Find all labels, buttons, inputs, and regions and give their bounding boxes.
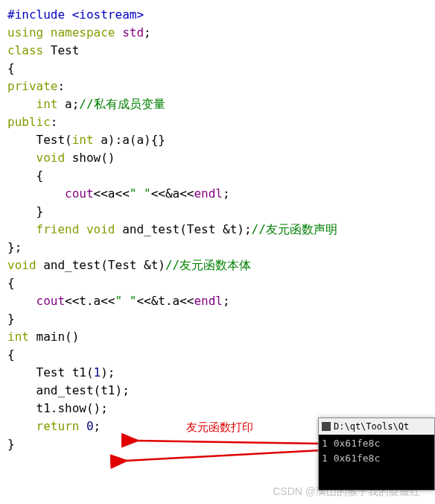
code-block: #include <iostream> using namespace std;…: [7, 6, 428, 453]
console-window: D:\qt\Tools\Qt 1 0x61fe8c 1 0x61fe8c: [318, 418, 435, 491]
console-line: 1 0x61fe8c: [322, 438, 380, 449]
preproc: #include: [7, 7, 72, 22]
comment: //私有成员变量: [79, 97, 165, 111]
console-body: 1 0x61fe8c 1 0x61fe8c: [319, 435, 434, 490]
include-file: <iostream>: [72, 7, 144, 22]
console-titlebar: D:\qt\Tools\Qt: [319, 418, 434, 435]
console-title: D:\qt\Tools\Qt: [334, 420, 409, 433]
comment: //友元函数本体: [165, 258, 251, 272]
comment: //友元函数声明: [252, 222, 337, 236]
console-line: 1 0x61fe8c: [322, 453, 380, 464]
console-icon: [322, 422, 331, 431]
